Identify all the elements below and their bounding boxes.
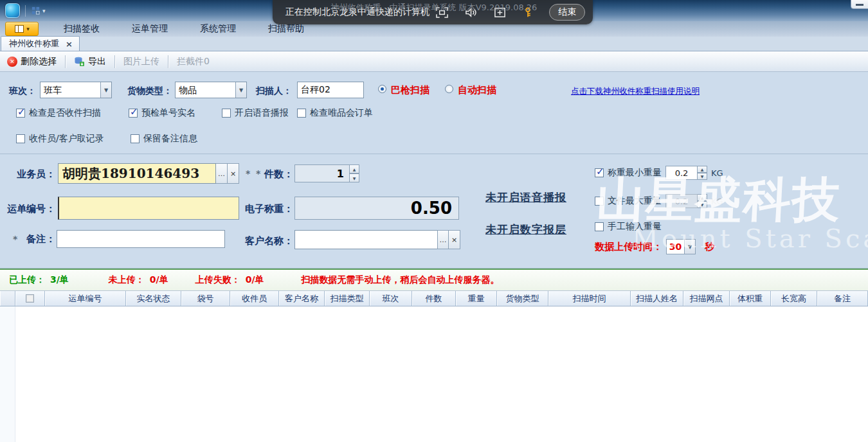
column-header[interactable]: 货物类型 xyxy=(497,291,548,306)
checkbox-box[interactable] xyxy=(16,109,25,118)
pieces-input[interactable] xyxy=(294,164,350,182)
tab-close-icon[interactable]: × xyxy=(66,39,73,49)
scanner-input[interactable] xyxy=(297,82,364,98)
end-control-button[interactable]: 结束 xyxy=(549,4,585,21)
checkbox-box[interactable] xyxy=(297,109,306,118)
uploaded-count: 3/单 xyxy=(50,274,69,286)
checkbox-box[interactable] xyxy=(16,134,25,143)
minimize-button[interactable] xyxy=(851,0,868,9)
radio-auto-scan[interactable] xyxy=(445,85,453,93)
salesman-input[interactable] xyxy=(58,163,216,184)
pending-label: 未上传： xyxy=(109,274,145,286)
upload-interval-select[interactable]: 30 ▼ xyxy=(666,239,696,254)
step-down-icon[interactable]: ▼ xyxy=(350,173,359,182)
column-header[interactable]: 袋号 xyxy=(181,291,230,306)
column-header[interactable]: 扫描时间 xyxy=(548,291,631,306)
chevron-down-icon[interactable]: ▼ xyxy=(235,82,246,98)
customer-clear-button[interactable]: × xyxy=(449,230,460,249)
gun-scan-label[interactable]: 巴枪扫描 xyxy=(391,84,429,96)
column-header[interactable]: 扫描人姓名 xyxy=(631,291,683,306)
column-header[interactable]: 收件员 xyxy=(230,291,279,306)
column-header[interactable]: 运单编号 xyxy=(45,291,126,306)
radio-gun-scan[interactable] xyxy=(378,85,386,93)
failed-label: 上传失败： xyxy=(195,274,240,286)
column-header[interactable]: 体积重 xyxy=(730,291,771,306)
uploaded-label: 已上传： xyxy=(9,274,45,286)
min-weight-stepper[interactable]: ▲▼ xyxy=(698,166,707,180)
delete-label: 删除选择 xyxy=(21,56,57,67)
scanner-label: 扫描人： xyxy=(256,85,292,97)
window-switch-icon[interactable] xyxy=(493,6,507,19)
quick-access-toolbar[interactable]: ▾ xyxy=(31,6,46,15)
column-header[interactable]: 扫描类型 xyxy=(325,291,370,306)
checkbox-box[interactable] xyxy=(131,134,140,143)
manual-weight-label: 手工输入重量 xyxy=(608,221,662,233)
column-header[interactable]: 客户名称 xyxy=(279,291,325,306)
chevron-down-icon[interactable]: ▼ xyxy=(684,240,695,254)
checkbox-row-1: 检查是否收件扫描 预检单号实名 开启语音播报 检查唯品会订单 xyxy=(16,107,393,119)
step-down-icon[interactable]: ▼ xyxy=(698,173,707,180)
cargo-type-select[interactable]: 物品 ▼ xyxy=(175,82,247,98)
tab-shenzhou-weighing[interactable]: 神州收件称重 × xyxy=(1,36,80,51)
step-up-icon[interactable]: ▲ xyxy=(698,166,707,173)
customer-lookup-button[interactable]: … xyxy=(437,230,449,249)
column-header[interactable]: 件数 xyxy=(412,291,456,306)
salesman-clear-button[interactable]: × xyxy=(228,163,239,184)
menu-item[interactable]: 运单管理 xyxy=(116,22,184,36)
digital-display-off-text[interactable]: 未开启数字报层 xyxy=(485,222,566,237)
select-all-checkbox[interactable] xyxy=(26,294,34,303)
max-weight-checkbox[interactable] xyxy=(595,197,604,206)
volume-icon[interactable] xyxy=(464,6,478,19)
image-upload-button[interactable]: 图片上传 xyxy=(120,54,163,69)
fullscreen-icon[interactable] xyxy=(435,6,449,19)
required-mark: * xyxy=(246,168,250,179)
settings-checkbox[interactable]: 检查唯品会订单 xyxy=(297,107,393,119)
column-header[interactable]: 实名状态 xyxy=(126,291,181,306)
upload-interval-label: 数据上传时间： xyxy=(595,241,662,253)
upload-interval-value: 30 xyxy=(667,240,684,254)
menu-item[interactable]: 系统管理 xyxy=(184,22,252,36)
column-header[interactable]: 班次 xyxy=(370,291,412,306)
column-header[interactable]: 重量 xyxy=(456,291,497,306)
table-body[interactable] xyxy=(0,306,868,442)
delete-selection-button[interactable]: 删除选择 xyxy=(4,54,60,69)
customer-input[interactable] xyxy=(294,230,437,249)
waybill-input[interactable] xyxy=(58,197,239,220)
checkbox-box[interactable] xyxy=(222,109,231,118)
settings-checkbox[interactable]: 预检单号实名 xyxy=(129,107,222,119)
column-header[interactable]: 扫描网点 xyxy=(683,291,730,306)
settings-checkbox[interactable]: 保留备注信息 xyxy=(131,133,221,145)
checkbox-box[interactable] xyxy=(129,109,138,118)
menu-item[interactable]: 扫描签收 xyxy=(48,22,116,36)
min-weight-input[interactable] xyxy=(665,166,698,180)
settings-checkbox[interactable]: 开启语音播报 xyxy=(222,107,297,119)
remark-input[interactable] xyxy=(57,230,225,248)
chevron-down-icon[interactable]: ▼ xyxy=(100,82,111,98)
chevron-down-icon: ▾ xyxy=(26,26,30,32)
main-menu-button[interactable]: ▾ xyxy=(5,22,39,36)
salesman-lookup-button[interactable]: … xyxy=(216,163,228,184)
column-header[interactable]: 备注 xyxy=(817,291,868,306)
step-down-icon: ▼ xyxy=(698,201,707,208)
upload-interval-row: 数据上传时间： 30 ▼ 秒 xyxy=(595,239,714,254)
column-header[interactable]: 长宽高 xyxy=(771,291,817,306)
select-all-cell[interactable] xyxy=(15,291,45,306)
export-button[interactable]: 导出 xyxy=(71,54,109,69)
pieces-stepper[interactable]: ▲▼ xyxy=(350,164,359,182)
intercept-count-label: 拦截件0 xyxy=(174,54,213,69)
settings-checkbox[interactable]: 收件员/客户取记录 xyxy=(16,133,131,145)
min-weight-checkbox[interactable] xyxy=(595,168,604,177)
auto-scan-label[interactable]: 自动扫描 xyxy=(458,84,496,96)
voice-broadcast-off-text[interactable]: 未开启语音播报 xyxy=(485,190,566,205)
min-weight-unit: KG xyxy=(711,168,723,178)
privilege-key-icon[interactable] xyxy=(522,6,534,19)
max-weight-label: 文件最大重量 xyxy=(608,195,662,207)
help-download-link[interactable]: 点击下载神州收件称重扫描使用说明 xyxy=(571,86,700,97)
settings-checkbox[interactable]: 检查是否收件扫描 xyxy=(16,107,129,119)
upload-status-bar: 已上传： 3/单 未上传： 0/单 上传失败： 0/单 扫描数据无需手动上传，稍… xyxy=(0,269,868,291)
shift-select[interactable]: 班车 ▼ xyxy=(40,82,112,98)
manual-weight-checkbox[interactable] xyxy=(595,222,604,231)
step-up-icon[interactable]: ▲ xyxy=(350,164,359,173)
cargo-type-value: 物品 xyxy=(176,82,235,98)
max-weight-field: ▲▼ xyxy=(665,194,707,208)
